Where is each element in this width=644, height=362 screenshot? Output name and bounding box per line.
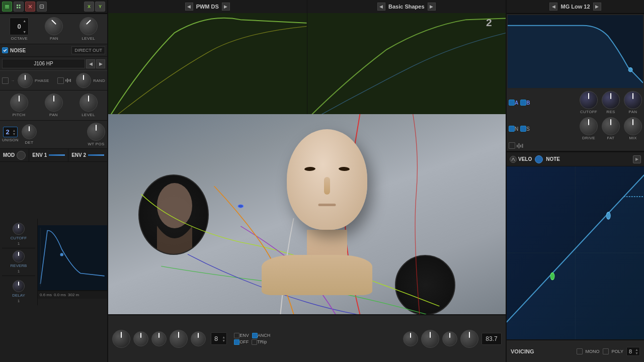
mod-delay-knob[interactable] (13, 280, 25, 292)
bottom-knob5[interactable] (191, 331, 206, 346)
channel-n: N (509, 126, 518, 132)
channel-a: A (509, 100, 518, 106)
mod-delay-val: 1 (18, 299, 20, 303)
icon-btn-expand[interactable] (37, 2, 47, 12)
noise-label: NOISE (10, 48, 26, 53)
res-knob[interactable] (602, 91, 620, 109)
filter-next-btn[interactable]: ▶ (96, 59, 105, 68)
channel-b-check[interactable] (520, 100, 526, 106)
pan2-knob[interactable] (45, 94, 63, 112)
filter-nav-prev[interactable]: ◀ (549, 3, 557, 11)
filter-pan-knob[interactable] (624, 91, 642, 109)
octave-label: OCTAVE (11, 36, 28, 41)
center-main: 2 (108, 26, 506, 362)
icon-btn-grid[interactable] (14, 2, 24, 12)
icon-y[interactable]: Y (95, 2, 105, 12)
mod-cutoff-knob[interactable] (13, 223, 25, 235)
bottom-knob4[interactable] (170, 330, 188, 348)
bottom-spinbox[interactable]: 8 ▲ ▼ (211, 332, 227, 345)
wave-icon-row (509, 142, 642, 149)
drive-knob[interactable] (580, 117, 598, 135)
pwm-header: ◀ PWM DS ▶ (108, 0, 307, 13)
bottom-knob2[interactable] (133, 331, 148, 346)
bottom-knob1[interactable] (112, 330, 130, 348)
sep1 (2, 248, 35, 248)
velo-circle-btn[interactable] (535, 155, 543, 163)
bottom-knob7[interactable] (421, 330, 439, 348)
channel-n-check[interactable] (509, 126, 515, 132)
channel-a-check[interactable] (509, 100, 515, 106)
anch-checkbox[interactable] (252, 333, 258, 338)
wave-bars-icon (516, 143, 526, 149)
level2-knob[interactable] (79, 94, 98, 112)
mod-delay-label: DELAY (12, 293, 25, 298)
mod-circle[interactable] (17, 151, 26, 160)
icon-x[interactable]: X (84, 2, 94, 12)
phase-knob[interactable] (18, 73, 33, 88)
pwm-title: PWM DS (196, 4, 219, 10)
poly-checkbox[interactable] (603, 348, 609, 354)
pitch-knob[interactable] (10, 94, 28, 112)
mod-reverb-knob[interactable] (13, 250, 25, 262)
wt-pos-knob[interactable] (87, 123, 105, 141)
env2-header: ENV 2 (68, 149, 107, 161)
mono-checkbox[interactable] (577, 348, 583, 354)
time1: 0.6 ms (40, 293, 52, 297)
phase-checkbox[interactable] (2, 77, 9, 84)
channel-s-check[interactable] (520, 126, 526, 132)
note-expand-btn[interactable]: ▶ (633, 155, 641, 163)
res-label: RES (606, 110, 615, 114)
phase-rand-row: → PHASE RAND (0, 71, 107, 90)
channel-a-label: A (515, 100, 518, 106)
pwm-prev-btn[interactable]: ◀ (185, 3, 193, 11)
bottom-knob9[interactable] (460, 330, 478, 348)
filter-select[interactable]: J106 HP (2, 59, 85, 68)
det-knob[interactable] (22, 124, 37, 139)
octave-spinbox[interactable]: ▲ 0 ▼ (10, 18, 29, 35)
mix-knob[interactable] (624, 117, 642, 135)
bottom-knob3[interactable] (151, 331, 167, 346)
fat-knob[interactable] (602, 117, 620, 135)
poly-spinbox[interactable]: 8 ▲ ▼ (626, 347, 640, 356)
filter-prev-btn[interactable]: ◀ (86, 59, 95, 68)
off-checkbox[interactable] (234, 339, 239, 345)
bottom-knob6[interactable] (403, 331, 418, 346)
pwm-next-btn[interactable]: ▶ (222, 3, 230, 11)
mod-knobs-col: CUTOFF 1 REVERB 1 DELAY 1 (0, 219, 38, 305)
direct-out-btn[interactable]: DIRECT OUT (71, 46, 105, 54)
bs-prev-btn[interactable]: ◀ (377, 3, 385, 11)
unison-spinbox[interactable]: 2 ▲ ▼ (3, 127, 17, 137)
env-label: ENV (239, 333, 249, 338)
pan-label: PAN (50, 36, 58, 41)
cutoff-knob[interactable] (580, 91, 598, 109)
mod-cutoff-label: CUTOFF (11, 236, 27, 240)
rand-knob[interactable] (76, 73, 91, 88)
waveform-row: 2 (108, 26, 506, 114)
env1-graph (38, 225, 107, 291)
level-knob[interactable] (79, 17, 98, 35)
pan-knob[interactable] (45, 17, 63, 35)
trip-checkbox[interactable] (252, 339, 257, 345)
wave-checkbox[interactable] (509, 142, 515, 149)
bs-next-btn[interactable]: ▶ (428, 3, 436, 11)
level-knob-container: LEVEL (79, 17, 98, 41)
cutoff-label: CUTOFF (580, 110, 597, 114)
bottom-knob8[interactable] (442, 331, 457, 346)
svg-rect-3 (17, 5, 18, 6)
svg-rect-23 (517, 145, 518, 147)
rand-checkbox[interactable] (57, 77, 64, 84)
noise-checkbox[interactable] (2, 47, 8, 53)
pwm-waveform (108, 13, 307, 127)
svg-text:2: 2 (486, 17, 492, 28)
env-checkbox[interactable] (234, 333, 239, 338)
channel-s: S (520, 126, 530, 132)
icon-btn-menu[interactable] (2, 2, 12, 12)
level-label: LEVEL (82, 36, 95, 41)
unison-value: 2 (4, 127, 11, 137)
svg-line-28 (513, 158, 515, 161)
icon-btn-close[interactable] (25, 2, 35, 12)
svg-line-27 (512, 158, 513, 161)
velo-icon[interactable] (510, 156, 517, 163)
drive-label: DRIVE (582, 136, 595, 140)
filter-nav-next[interactable]: ▶ (593, 3, 601, 11)
